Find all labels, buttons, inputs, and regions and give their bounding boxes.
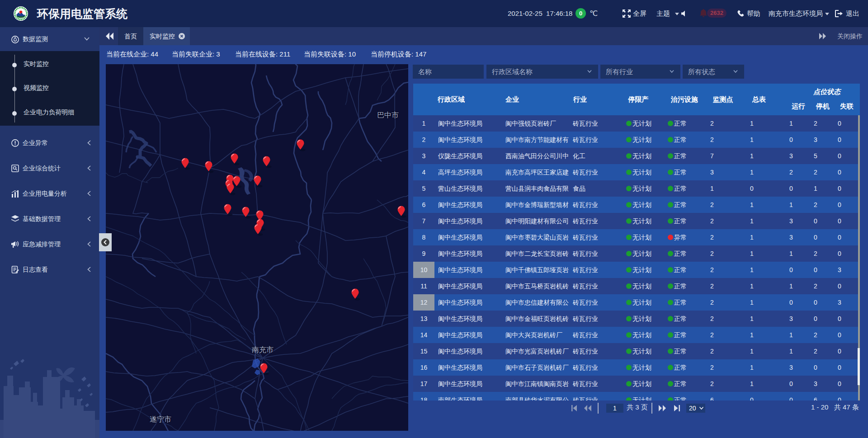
svg-text:环境保护: 环境保护: [18, 18, 24, 20]
